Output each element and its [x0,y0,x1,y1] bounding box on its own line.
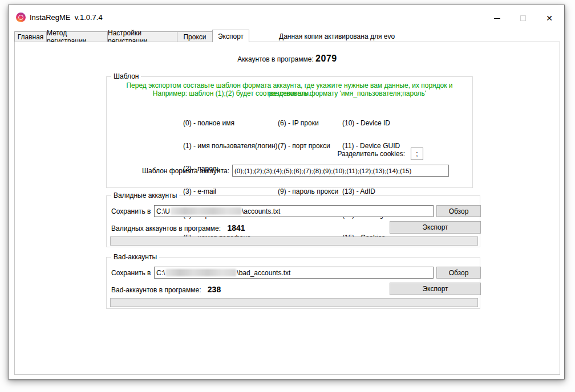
valid-save-label: Сохранить в [111,207,151,215]
valid-count-value: 1841 [227,223,245,232]
cookies-separator-row: Разделитель cookies: [337,148,423,160]
activation-notice: Данная копия активирована для evo [279,32,395,40]
code-item: (7) - порт прокси [278,142,338,150]
path-prefix: C:\U [156,207,170,215]
maximize-button[interactable] [511,11,535,26]
instruction-line-2: Например: шаблон (1);(2) будет соответст… [107,89,472,97]
code-item: (1) - имя пользователя(логин) [183,142,278,150]
account-format-row: Шаблон формата аккаунта: [142,165,449,177]
valid-export-button[interactable]: Экспорт [390,221,481,234]
tab-metod-registracii[interactable]: Метод регистрации [46,31,108,42]
code-item: (6) - IP проки [278,120,338,127]
bad-export-button[interactable]: Экспорт [390,283,481,295]
maximize-icon [520,15,526,21]
window-title: InstaRegME v.1.0.7.4 [30,13,103,22]
close-button[interactable]: ✕ [537,11,561,26]
accounts-total-label: Аккаунтов в программе: [237,55,313,63]
accounts-summary: Аккаунтов в программе: 2079 [15,54,560,64]
tab-label: Прокси [183,33,206,41]
bad-count-value: 238 [208,285,221,294]
code-item: (3) - e-mail [183,188,278,195]
app-window: InstaRegME v.1.0.7.4 ✕ Главная Метод рег… [8,5,565,379]
valid-count-row: Валидных аккаунтов в программе: 1841 [111,223,245,232]
path-suffix: \bad_accounts.txt [237,269,290,277]
export-tab-page: Аккаунтов в программе: 2079 Шаблон Перед… [14,42,560,375]
tab-label: Экспорт [218,32,244,40]
title-bar[interactable]: InstaRegME v.1.0.7.4 ✕ [9,5,564,28]
bad-save-label: Сохранить в [111,269,151,277]
accounts-total-value: 2079 [315,54,337,63]
tab-label: Главная [18,33,44,41]
minimize-icon [494,18,500,19]
account-format-label: Шаблон формата аккаунта: [142,167,229,175]
valid-group-title: Валидные аккаунты [111,191,179,199]
code-item: (10) - Device ID [342,120,400,127]
code-item: (9) - пароль прокси [278,188,338,195]
code-item: (13) - AdID [342,188,400,195]
bad-path-input[interactable]: C:\\bad_accounts.txt [154,267,434,279]
valid-accounts-groupbox: Валидные аккаунты Сохранить в C:\U\accou… [106,195,480,247]
valid-path-input[interactable]: C:\U\accounts.txt [154,205,434,217]
bad-browse-button[interactable]: Обзор [436,267,481,279]
valid-count-label: Валидных аккаунтов в программе: [111,224,221,232]
bad-export-progressbar [110,298,478,307]
cookies-separator-label: Разделитель cookies: [337,150,405,158]
bad-count-label: Bad-аккаунтов в программе: [111,286,201,294]
tab-eksport[interactable]: Экспорт [212,30,249,42]
path-suffix: \accounts.txt [242,207,280,215]
redacted-path-segment [171,207,241,215]
redacted-path-segment [165,269,236,276]
tab-glavnaya[interactable]: Главная [14,31,47,42]
account-format-input[interactable] [232,165,449,177]
minimize-button[interactable] [485,11,509,26]
cookies-separator-input[interactable] [411,148,423,160]
app-logo-icon [16,13,26,22]
bad-accounts-groupbox: Bad-аккаунты Сохранить в C:\\bad_account… [106,257,480,309]
bad-group-title: Bad-аккаунты [111,253,159,261]
tab-nastroyki-registracii[interactable]: Настройки регистрации [107,31,177,42]
valid-export-progressbar [110,236,478,246]
code-item: (0) - полное имя [183,120,278,127]
tab-strip: Главная Метод регистрации Настройки реги… [9,30,564,42]
template-group-title: Шаблон [111,72,141,80]
close-icon: ✕ [546,14,553,23]
valid-browse-button[interactable]: Обзор [436,205,481,217]
path-prefix: C:\ [156,269,165,277]
bad-count-row: Bad-аккаунтов в программе: 238 [111,285,221,294]
template-groupbox: Шаблон Перед экспортом составьте шаблон … [106,76,473,188]
tab-proksi[interactable]: Прокси [177,31,213,42]
